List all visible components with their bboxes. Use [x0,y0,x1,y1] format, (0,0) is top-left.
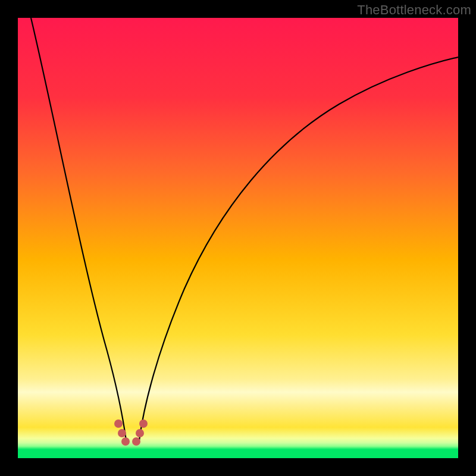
valley-dot [136,429,144,437]
plot-area [18,18,458,458]
curve-left-branch [31,18,126,440]
watermark-text: TheBottleneck.com [357,2,471,18]
valley-dot [132,437,140,446]
curve-right-branch [139,57,458,440]
valley-dot [139,419,148,428]
bottleneck-curve [18,18,458,458]
valley-dot [118,429,126,437]
valley-dot [114,419,123,428]
valley-dot [121,437,130,446]
valley-dots [114,419,148,446]
